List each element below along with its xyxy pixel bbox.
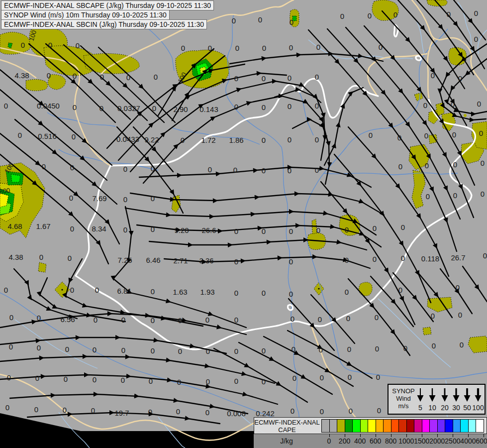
map-value-label: 0 — [65, 345, 69, 353]
streamline — [0, 356, 275, 383]
map-value-label: 0 — [318, 315, 322, 324]
map-value-label: 0 — [206, 377, 210, 386]
cape-legend-header: ECMWF-INDEX-ANAL CAPE — [254, 417, 487, 434]
cape-color-cell — [414, 419, 422, 433]
cape-color-cell — [352, 419, 361, 433]
cape-color-legend: ECMWF-INDEX-ANAL CAPE J/kg 0200400600800… — [254, 417, 487, 448]
weather-map-screen: 0000000000000000000000000000000000000000… — [0, 0, 487, 448]
map-value-label: 0 — [69, 194, 73, 202]
map-value-label: 0 — [458, 311, 462, 319]
map-value-label: 0 — [452, 130, 456, 139]
streamline — [0, 337, 226, 353]
map-value-label: 0 — [348, 373, 352, 381]
map-value-label: 0 — [289, 257, 293, 266]
map-value-label: 0 — [151, 316, 155, 325]
map-value-label: 1.93 — [200, 288, 214, 296]
cape-legend-scale: J/kg 02004006008001000150020002500400060… — [254, 434, 487, 448]
river — [298, 91, 313, 135]
cape-color-cell — [460, 419, 469, 433]
cape-patch — [26, 79, 48, 91]
map-value-label: 0 — [73, 103, 77, 112]
map-value-label: 0 — [403, 344, 407, 352]
map-value-label: 0 — [316, 226, 320, 234]
map-value-label: 0 — [289, 43, 293, 52]
map-value-label: 0 — [474, 9, 478, 17]
streamline — [113, 207, 246, 328]
map-value-label: 0 — [70, 286, 74, 294]
map-value-label: 0 — [148, 408, 152, 416]
map-value-label: 0 — [206, 347, 210, 355]
map-value-label: 26.6 — [201, 226, 216, 234]
map-value-label: 0 — [460, 340, 464, 349]
map-value-label: 0 — [346, 314, 350, 323]
map-value-label: 0 — [315, 73, 319, 81]
map-value-label: 0 — [483, 251, 487, 260]
map-value-label: 0 — [423, 101, 427, 110]
map-value-label: 0 — [5, 403, 9, 412]
map-value-label: 0 — [9, 342, 13, 351]
streamline — [264, 336, 353, 386]
map-value-label: 0 — [39, 253, 43, 261]
map-value-label: 0 — [315, 135, 319, 144]
map-value-label: 0 — [481, 159, 485, 167]
map-value-label: 0 — [234, 257, 238, 266]
map-value-label: 1.67 — [36, 222, 50, 230]
map-value-label: 0 — [68, 254, 72, 262]
cape-color-cell — [453, 419, 461, 433]
synop-legend-title-line2: Wind — [390, 395, 417, 402]
map-value-label: 0 — [456, 283, 460, 292]
map-value-label: 0 — [121, 376, 125, 384]
map-value-label: 0 — [205, 316, 209, 324]
map-value-label: 0 — [288, 74, 292, 82]
map-value-label: 4.38 — [14, 71, 29, 80]
map-value-label: 0 — [401, 254, 405, 262]
header-line-sbcin: ECMWF-INDEX-ANAL SBCIN (J/kg) Thursday 0… — [1, 19, 207, 29]
map-value-label: 0 — [379, 43, 383, 51]
map-value-label: 0 — [123, 225, 127, 234]
map-value-label: 0 — [99, 104, 103, 112]
map-value-label: 0 — [373, 224, 377, 232]
cape-color-cell — [406, 419, 415, 433]
map-value-label: 0 — [151, 164, 155, 173]
map-value-label: 0 — [369, 131, 373, 139]
map-value-label: 6.81 — [117, 287, 131, 295]
map-value-label: 0 — [424, 131, 428, 140]
streamline — [149, 240, 367, 250]
map-value-label: 0 — [431, 71, 435, 80]
map-value-label: 0 — [376, 373, 380, 381]
river — [355, 371, 487, 379]
map-edge-mask — [0, 413, 255, 448]
map-value-label: 0 — [262, 74, 266, 83]
river — [147, 28, 174, 71]
border-white — [288, 305, 293, 310]
cape-color-cell — [321, 419, 330, 433]
wind-speed-value: 100 — [472, 404, 485, 412]
cape-color-cell — [437, 419, 446, 433]
map-value-label: 1.63 — [173, 288, 187, 296]
map-value-label: 0 — [345, 225, 349, 234]
synop-legend-title: SYNOP Wind m/s — [390, 387, 417, 410]
synop-legend-title-line3: m/s — [390, 402, 417, 410]
map-value-label: 0 — [234, 227, 238, 235]
cape-color-cell — [422, 419, 430, 433]
map-value-label: 0 — [458, 74, 462, 83]
map-value-label: 0 — [288, 102, 292, 111]
contour-label: 800 — [0, 187, 10, 196]
map-value-label: 0 — [208, 44, 212, 52]
map-value-label: 9.22 — [144, 135, 159, 144]
map-value-label: 0 — [315, 102, 319, 110]
streamline — [348, 127, 449, 276]
map-value-label: 7.69 — [92, 194, 106, 203]
map-value-label: 0 — [431, 312, 435, 320]
map-value-label: 0.242 — [256, 409, 275, 418]
map-value-label: 0 — [347, 345, 351, 353]
map-value-label: 0 — [288, 135, 292, 144]
cape-color-cell — [468, 419, 477, 433]
map-value-label: 2.90 — [173, 105, 188, 113]
streamline — [239, 342, 332, 394]
cape-color-cell — [383, 419, 391, 433]
map-value-label: 0 — [9, 313, 13, 322]
map-value-label: 0 — [232, 16, 236, 25]
cape-color-cell — [429, 419, 438, 433]
map-value-label: 1.72 — [201, 136, 215, 144]
